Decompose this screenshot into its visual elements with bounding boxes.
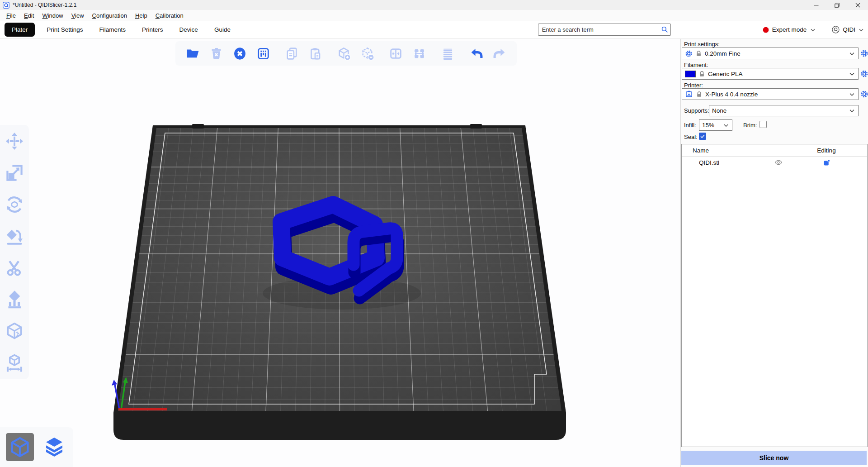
menubar: File Edit Window View Configuration Help… xyxy=(0,10,868,21)
edit-object-button[interactable] xyxy=(821,157,831,167)
remove-instance-button[interactable] xyxy=(358,44,377,63)
filament-select[interactable]: Generic PLA xyxy=(682,68,859,80)
chevron-down-icon xyxy=(849,107,855,114)
filament-gear-button[interactable] xyxy=(860,69,868,78)
preview-view-button[interactable] xyxy=(40,433,68,461)
search-box xyxy=(538,24,671,36)
tab-printers[interactable]: Printers xyxy=(134,23,171,37)
chevron-down-icon xyxy=(849,71,855,77)
object-list: Name Editing QIDI.stl xyxy=(681,144,868,447)
close-button[interactable] xyxy=(847,0,868,10)
folder-open-icon xyxy=(186,47,200,61)
infill-value: 15% xyxy=(702,122,720,129)
layers-icon xyxy=(43,436,66,458)
gear-icon xyxy=(860,70,868,78)
infill-select[interactable]: 15% xyxy=(699,119,732,131)
copy-button[interactable] xyxy=(282,44,301,63)
variable-layer-height-button[interactable] xyxy=(438,44,457,63)
split-to-parts-button[interactable] xyxy=(410,44,429,63)
gear-icon xyxy=(685,50,693,57)
tab-plater[interactable]: Plater xyxy=(5,23,35,37)
eye-icon xyxy=(774,158,783,167)
printer-icon xyxy=(685,90,693,98)
add-instance-button[interactable] xyxy=(334,44,353,63)
account-menu[interactable]: QIDI xyxy=(831,25,864,34)
minimize-button[interactable] xyxy=(806,0,826,10)
supports-value: None xyxy=(712,107,846,114)
menu-item-configuration[interactable]: Configuration xyxy=(88,11,131,20)
printer-label: Printer: xyxy=(684,82,703,89)
redo-button[interactable] xyxy=(490,44,509,63)
support-painting-tool-button[interactable] xyxy=(4,290,25,310)
arrange-icon xyxy=(256,47,270,61)
restore-button[interactable] xyxy=(826,0,847,10)
measure-tool-button[interactable] xyxy=(4,353,25,373)
trash-icon xyxy=(209,47,223,61)
printer-select[interactable]: X-Plus 4 0.4 nozzle xyxy=(682,88,859,100)
object-row[interactable]: QIDI.stl xyxy=(682,157,867,169)
rotate-tool-button[interactable] xyxy=(4,195,25,214)
menu-item-calibration[interactable]: Calibration xyxy=(151,11,188,20)
tab-print-settings[interactable]: Print Settings xyxy=(38,23,91,37)
restore-icon xyxy=(835,3,840,8)
check-icon xyxy=(700,133,705,139)
mode-selector[interactable]: Expert mode xyxy=(763,26,816,33)
editing-column-header: Editing xyxy=(813,147,840,154)
measure-icon xyxy=(5,353,24,373)
column-divider xyxy=(786,146,786,154)
gizmo-toolbar xyxy=(0,125,29,379)
split-to-objects-button[interactable] xyxy=(386,44,405,63)
bed-clip xyxy=(192,124,204,129)
right-panel: Print settings: 0.20mm Fine Filament: Ge… xyxy=(680,39,868,467)
3d-editor-view-button[interactable] xyxy=(6,433,34,461)
app-icon xyxy=(3,2,9,9)
menu-item-help[interactable]: Help xyxy=(131,11,151,20)
lock-icon xyxy=(698,71,705,77)
support-painting-icon xyxy=(5,290,24,310)
print-settings-select[interactable]: 0.20mm Fine xyxy=(682,48,859,59)
paste-icon xyxy=(308,47,322,61)
place-on-face-icon xyxy=(5,226,24,246)
chevron-down-icon xyxy=(849,50,855,57)
remove-instance-icon xyxy=(360,47,374,61)
menu-item-file[interactable]: File xyxy=(2,11,20,20)
tab-device[interactable]: Device xyxy=(171,23,206,37)
toggle-visibility-button[interactable] xyxy=(774,157,783,167)
print-settings-gear-button[interactable] xyxy=(860,49,868,58)
seal-checkbox[interactable] xyxy=(699,133,706,140)
slice-now-button[interactable]: Slice now xyxy=(681,451,867,465)
search-input[interactable] xyxy=(538,24,671,36)
menu-item-view[interactable]: View xyxy=(67,11,88,20)
chevron-down-icon xyxy=(723,122,729,129)
arrange-button[interactable] xyxy=(254,44,273,63)
seam-painting-icon xyxy=(5,321,24,341)
window-title: *Untitled - QIDISlicer-1.2.1 xyxy=(13,2,76,8)
tab-filaments[interactable]: Filaments xyxy=(91,23,134,37)
menu-item-edit[interactable]: Edit xyxy=(20,11,38,20)
scale-tool-button[interactable] xyxy=(4,163,25,183)
gear-icon xyxy=(860,90,868,98)
move-tool-button[interactable] xyxy=(4,131,25,151)
open-project-button[interactable] xyxy=(183,44,202,63)
view-toggle xyxy=(0,427,73,467)
seam-painting-tool-button[interactable] xyxy=(4,321,25,341)
delete-all-button[interactable] xyxy=(230,44,249,63)
brim-checkbox[interactable] xyxy=(760,121,767,128)
name-column-header: Name xyxy=(693,147,709,154)
supports-select[interactable]: None xyxy=(709,105,859,116)
delete-button[interactable] xyxy=(207,44,226,63)
scene-svg xyxy=(0,39,680,467)
redo-icon xyxy=(493,47,507,61)
paste-button[interactable] xyxy=(306,44,325,63)
undo-button[interactable] xyxy=(467,44,486,63)
tab-guide[interactable]: Guide xyxy=(206,23,239,37)
3d-viewport[interactable] xyxy=(0,39,680,467)
filament-value: Generic PLA xyxy=(708,71,846,77)
place-on-face-tool-button[interactable] xyxy=(4,226,25,246)
brim-label: Brim: xyxy=(743,122,757,129)
menu-item-window[interactable]: Window xyxy=(38,11,67,20)
cut-tool-button[interactable] xyxy=(4,258,25,278)
split-to-objects-icon xyxy=(389,47,403,61)
printer-gear-button[interactable] xyxy=(860,90,868,99)
mode-label: Expert mode xyxy=(772,26,807,33)
